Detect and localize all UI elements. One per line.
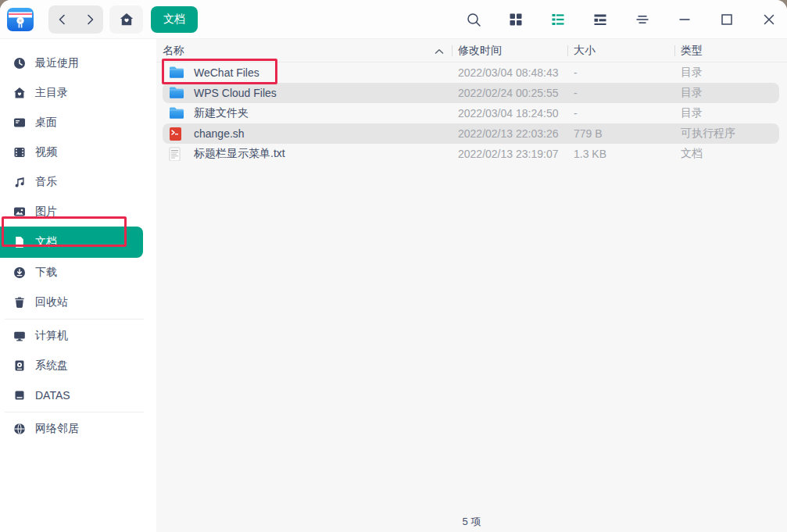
file-type-cell: 目录 (674, 86, 787, 100)
text-file-icon (169, 147, 184, 161)
file-row-WPS Cloud Files[interactable]: WPS Cloud Files2022/02/24 00:25:55-目录 (156, 83, 787, 103)
sidebar-item-videos[interactable]: 视频 (0, 137, 156, 167)
file-modified-cell: 2022/03/04 18:24:50 (452, 107, 567, 120)
sidebar-item-label: 回收站 (35, 295, 68, 309)
back-button[interactable] (53, 10, 72, 29)
file-row-标题栏显示菜单.txt[interactable]: 标题栏显示菜单.txt2022/02/13 23:19:071.3 KB文档 (156, 144, 787, 164)
file-name: WeChat Files (194, 66, 259, 79)
statusbar: 5 项 (156, 512, 787, 532)
column-header-modified-label: 修改时间 (458, 44, 502, 58)
sidebar-item-label: 桌面 (35, 116, 57, 130)
column-header-size[interactable]: 大小 (567, 40, 674, 62)
sidebar-item-label: 最近使用 (35, 56, 79, 70)
picture-icon (13, 205, 26, 218)
file-modified-cell: 2022/02/24 00:25:55 (452, 87, 567, 99)
column-header-name-label: 名称 (163, 44, 184, 58)
file-manager-app-icon (6, 7, 34, 32)
sidebar-item-label: 主目录 (35, 86, 68, 100)
close-icon[interactable] (760, 11, 778, 28)
sidebar-item-network[interactable]: 网络邻居 (0, 414, 156, 444)
sidebar-item-pictures[interactable]: 图片 (0, 197, 156, 227)
sidebar-item-home[interactable]: 主目录 (0, 78, 156, 108)
list-view-icon[interactable] (549, 11, 567, 28)
home-icon (119, 12, 134, 27)
file-modified-cell: 2022/02/13 23:19:07 (452, 148, 567, 160)
file-row-change.sh[interactable]: change.sh2022/02/13 22:03:26779 B可执行程序 (156, 123, 787, 144)
file-size-cell: - (567, 107, 674, 120)
sidebar-item-trash[interactable]: 回收站 (0, 287, 156, 317)
sidebar-item-music[interactable]: 音乐 (0, 167, 156, 197)
detail-view-icon[interactable] (592, 11, 609, 28)
trash-icon (13, 296, 26, 309)
tab-documents[interactable]: 文档 (151, 6, 198, 33)
file-name: WPS Cloud Files (194, 87, 277, 99)
drive-icon (13, 389, 26, 402)
video-icon (13, 146, 26, 159)
sidebar-divider (5, 412, 144, 412)
folder-icon (169, 66, 184, 80)
file-size-cell: 779 B (567, 127, 674, 140)
sidebar-item-label: 网络邻居 (35, 422, 79, 436)
sidebar: 最近使用主目录桌面视频音乐图片文档下载回收站计算机系统盘DATAS网络邻居 (0, 39, 156, 532)
column-header-type-label: 类型 (681, 44, 703, 58)
file-size-cell: 1.3 KB (567, 148, 674, 160)
column-header-type[interactable]: 类型 (674, 40, 787, 62)
column-header-size-label: 大小 (574, 44, 596, 58)
sort-ascending-icon[interactable] (435, 45, 444, 57)
clock-icon (13, 57, 26, 70)
file-name-cell[interactable]: 新建文件夹 (156, 106, 452, 120)
shell-script-icon (169, 127, 184, 141)
file-name-cell[interactable]: WeChat Files (156, 66, 452, 80)
sidebar-item-label: 文档 (35, 235, 57, 249)
file-modified-cell: 2022/03/04 08:48:43 (452, 66, 567, 79)
sidebar-item-label: 系统盘 (35, 359, 68, 373)
sidebar-item-recent[interactable]: 最近使用 (0, 48, 156, 78)
file-name-cell[interactable]: WPS Cloud Files (156, 86, 452, 100)
maximize-icon[interactable] (718, 11, 735, 28)
column-header-modified[interactable]: 修改时间 (452, 40, 567, 62)
minimize-icon[interactable] (676, 11, 693, 28)
file-name-cell[interactable]: 标题栏显示菜单.txt (156, 147, 452, 161)
titlebar: 文档 (0, 0, 787, 39)
file-size-cell: - (567, 66, 674, 79)
sidebar-item-label: 图片 (35, 205, 57, 219)
file-name: change.sh (194, 127, 245, 140)
home-button[interactable] (109, 5, 143, 34)
file-type-cell: 目录 (674, 106, 787, 120)
search-icon[interactable] (465, 11, 482, 28)
sidebar-divider (5, 319, 144, 320)
system-disk-icon (13, 359, 26, 372)
file-rows: WeChat Files2022/03/04 08:48:43-目录WPS Cl… (156, 62, 787, 512)
sidebar-item-label: DATAS (35, 389, 70, 402)
file-size-cell: - (567, 87, 674, 99)
nav-history-group (48, 5, 103, 34)
file-type-cell: 目录 (674, 66, 787, 80)
file-modified-cell: 2022/02/13 22:03:26 (452, 127, 567, 140)
grid-view-icon[interactable] (507, 11, 524, 28)
file-name: 标题栏显示菜单.txt (194, 147, 285, 161)
menu-icon[interactable] (634, 11, 651, 28)
sidebar-item-computer[interactable]: 计算机 (0, 321, 156, 351)
sidebar-item-label: 音乐 (35, 175, 57, 189)
column-header-name[interactable]: 名称 (156, 40, 452, 62)
sidebar-item-downloads[interactable]: 下载 (0, 258, 156, 287)
folder-icon (169, 106, 184, 120)
sidebar-item-desktop[interactable]: 桌面 (0, 108, 156, 137)
computer-icon (13, 330, 26, 342)
forward-button[interactable] (80, 10, 99, 29)
sidebar-item-system-disk[interactable]: 系统盘 (0, 351, 156, 380)
sidebar-item-label: 下载 (35, 266, 57, 280)
file-row-新建文件夹[interactable]: 新建文件夹2022/03/04 18:24:50-目录 (156, 103, 787, 123)
sidebar-item-documents[interactable]: 文档 (0, 227, 143, 258)
folder-icon (169, 86, 184, 100)
sidebar-item-label: 计算机 (35, 329, 68, 343)
sidebar-item-datas[interactable]: DATAS (0, 380, 156, 410)
file-type-cell: 可执行程序 (674, 127, 787, 141)
file-name-cell[interactable]: change.sh (156, 127, 452, 141)
file-type-cell: 文档 (674, 147, 787, 161)
home-icon (13, 87, 26, 99)
document-icon (13, 236, 26, 248)
titlebar-actions (465, 11, 778, 28)
download-icon (13, 266, 26, 279)
file-row-WeChat Files[interactable]: WeChat Files2022/03/04 08:48:43-目录 (156, 62, 787, 83)
